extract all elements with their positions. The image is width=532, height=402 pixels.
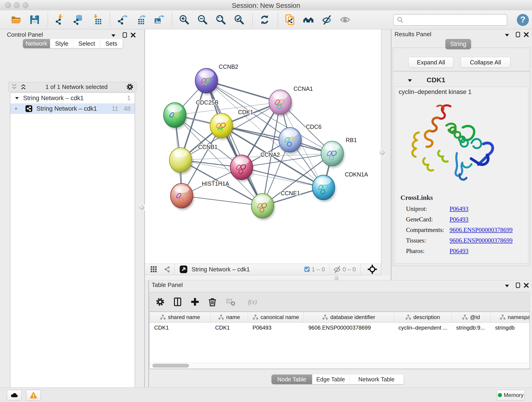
refresh-view-button[interactable]: [258, 13, 272, 27]
column-header--id[interactable]: @id: [452, 312, 491, 322]
column-header-name[interactable]: name: [210, 312, 248, 322]
import-network-from-database-button[interactable]: [71, 13, 85, 27]
results-panel-float-icon[interactable]: [515, 31, 521, 38]
table-panel-collapse-icon[interactable]: [504, 282, 510, 289]
network-view-canvas[interactable]: CCNB2CCNA1CDC25BCDK1CDC6RB1CCNB1CCNA2CDK…: [145, 29, 381, 264]
table-cell[interactable]: stringdb: [491, 325, 530, 331]
node-ccna2[interactable]: [230, 155, 254, 182]
birds-eye-view-toggle[interactable]: [179, 265, 188, 274]
table-panel-float-icon[interactable]: [515, 282, 521, 289]
crosslink-link[interactable]: 9606.ENSP00000378699: [450, 226, 513, 234]
gene-expander-icon[interactable]: [406, 77, 413, 84]
collapse-all-icon[interactable]: [10, 83, 18, 91]
table-horizontal-scrollbar[interactable]: [150, 363, 529, 369]
show-all-button[interactable]: [338, 13, 352, 27]
expand-all-button[interactable]: Expand All: [408, 57, 454, 68]
export-image-button[interactable]: [152, 13, 166, 27]
node-ccna1[interactable]: [269, 90, 293, 116]
column-header-description[interactable]: description: [394, 312, 452, 322]
collapse-all-button[interactable]: Collapse All: [461, 57, 510, 68]
network-overview-icon[interactable]: [163, 265, 171, 274]
column-header-database-identifier[interactable]: database identifier: [304, 312, 394, 322]
table-row[interactable]: CDK1CDK1P064939606.ENSP00000378699cyclin…: [150, 323, 530, 333]
zoom-out-button[interactable]: [196, 13, 210, 27]
cloud-status-button[interactable]: [7, 390, 22, 400]
results-tab-string[interactable]: String: [445, 39, 471, 49]
table-cell[interactable]: CDK1: [150, 325, 210, 331]
node-cdc25b[interactable]: [164, 103, 187, 129]
node-cdk1[interactable]: [210, 113, 234, 140]
tab-edge-table[interactable]: Edge Table: [312, 375, 349, 384]
table-cell[interactable]: P06493: [248, 325, 304, 331]
tab-network[interactable]: Network: [23, 39, 50, 48]
node-ccne1[interactable]: [251, 193, 275, 220]
hidden-eye-icon[interactable]: [333, 265, 341, 274]
network-type-icon: [25, 105, 33, 113]
export-network-button[interactable]: [115, 13, 129, 27]
selected-nodes-checkbox[interactable]: [304, 266, 310, 273]
zoom-selected-icon: [234, 14, 245, 25]
export-table-button[interactable]: [133, 13, 147, 27]
crosslink-link[interactable]: P06493: [450, 248, 469, 255]
table-cell[interactable]: 9606.ENSP00000378699: [304, 325, 394, 331]
node-table[interactable]: shared namenamecanonical namedatabase id…: [149, 312, 530, 369]
search-input[interactable]: [406, 17, 507, 23]
collection-expander-icon[interactable]: [14, 95, 20, 101]
zoom-in-button[interactable]: [177, 13, 191, 27]
open-session-button[interactable]: [9, 13, 23, 27]
node-cdkn1a[interactable]: [312, 175, 336, 202]
tab-sets[interactable]: Sets: [100, 39, 123, 48]
crosslink-link[interactable]: P06493: [450, 205, 469, 212]
crosslink-link[interactable]: 9606.ENSP00000378699: [450, 237, 513, 244]
delete-column-icon[interactable]: [207, 297, 217, 307]
right-splitter-handle[interactable]: [380, 149, 385, 156]
node-rb1[interactable]: [321, 141, 345, 168]
results-panel-collapse-icon[interactable]: [504, 32, 510, 38]
import-table-from-file-button[interactable]: [89, 13, 104, 27]
node-ccnb2[interactable]: [195, 68, 219, 95]
hide-selected-button[interactable]: [320, 13, 334, 27]
table-panel-close-icon[interactable]: [523, 282, 530, 289]
table-cell[interactable]: cyclin–dependent ...: [394, 325, 452, 331]
column-header-shared-name[interactable]: shared name: [150, 312, 210, 322]
save-session-button[interactable]: [27, 13, 42, 27]
export-image-icon: [153, 14, 164, 25]
splitter-handle[interactable]: [334, 276, 338, 280]
help-button[interactable]: ?: [516, 13, 530, 27]
table-cell[interactable]: stringdb:9...: [452, 325, 491, 331]
node-hist1h1a[interactable]: [171, 183, 194, 210]
tab-network-table[interactable]: Network Table: [349, 375, 404, 384]
crosslink-link[interactable]: P06493: [450, 216, 469, 223]
import-network-from-file-button[interactable]: [53, 13, 67, 27]
memory-button[interactable]: Memory: [497, 390, 525, 400]
left-splitter-handle[interactable]: [139, 204, 145, 211]
horizontal-splitter[interactable]: [145, 275, 391, 280]
first-neighbors-button[interactable]: [301, 13, 316, 27]
navigate-crosshair-icon[interactable]: [367, 264, 377, 274]
scrollbar-thumb[interactable]: [152, 364, 189, 368]
expand-all-icon[interactable]: [19, 83, 27, 91]
table-options-gear-icon[interactable]: [155, 297, 165, 307]
network-graph[interactable]: CCNB2CCNA1CDC25BCDK1CDC6RB1CCNB1CCNA2CDK…: [145, 29, 381, 264]
tab-select[interactable]: Select: [74, 39, 100, 48]
results-panel-close-icon[interactable]: [523, 31, 530, 38]
warnings-button[interactable]: [26, 390, 41, 400]
network-list-options-gear-icon[interactable]: [126, 83, 134, 91]
column-header-canonical-name[interactable]: canonical name: [248, 312, 304, 322]
control-panel-collapse-icon[interactable]: [110, 32, 117, 39]
tab-node-table[interactable]: Node Table: [272, 375, 312, 384]
network-from-clipboard-button[interactable]: [283, 13, 297, 27]
zoom-fit-content-button[interactable]: [214, 13, 228, 27]
zoom-selected-button[interactable]: [232, 13, 246, 27]
show-columns-icon[interactable]: [172, 297, 183, 307]
grid-mode-icon[interactable]: [150, 265, 158, 274]
tab-style[interactable]: Style: [50, 39, 74, 48]
control-panel-close-icon[interactable]: [130, 32, 137, 38]
column-header-namespace[interactable]: namespace: [491, 312, 530, 322]
node-ccnb1[interactable]: [169, 148, 193, 174]
network-collection-row[interactable]: String Network – cdk1 1: [10, 93, 135, 103]
network-row[interactable]: String Network – cdk1 11 48: [10, 103, 135, 114]
control-panel-float-icon[interactable]: [121, 32, 128, 38]
table-cell[interactable]: CDK1: [210, 325, 248, 331]
add-column-icon[interactable]: [190, 297, 200, 307]
